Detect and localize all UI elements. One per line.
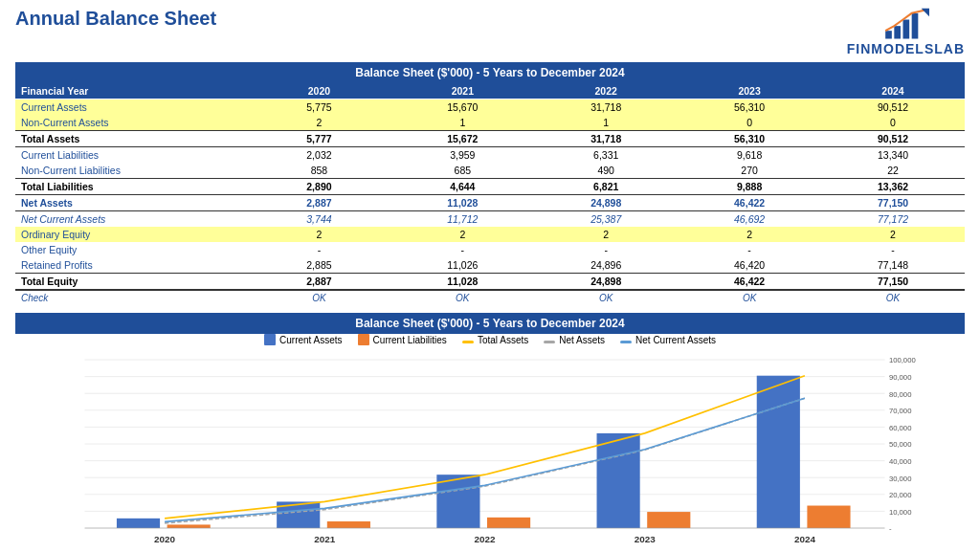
row-value: 2 bbox=[534, 227, 678, 242]
row-value: 24,898 bbox=[534, 274, 678, 291]
svg-text:90,000: 90,000 bbox=[889, 373, 912, 382]
logo-text: FINMODELSLAB bbox=[847, 41, 965, 56]
row-value: 31,718 bbox=[534, 99, 678, 116]
svg-rect-0 bbox=[886, 31, 893, 38]
header-2023: 2023 bbox=[678, 83, 821, 99]
legend-label: Total Assets bbox=[478, 335, 528, 345]
row-value: 46,422 bbox=[678, 274, 821, 291]
legend-color bbox=[544, 341, 555, 343]
row-value: OK bbox=[247, 290, 390, 305]
legend-item: Total Assets bbox=[462, 334, 528, 345]
row-value: 858 bbox=[247, 163, 390, 179]
row-label: Ordinary Equity bbox=[15, 227, 247, 242]
row-value: 77,172 bbox=[821, 211, 965, 228]
legend-item: Net Assets bbox=[544, 334, 605, 345]
row-value: 56,310 bbox=[678, 131, 821, 147]
row-value: 11,026 bbox=[390, 257, 534, 274]
svg-rect-31 bbox=[757, 376, 800, 528]
svg-text:2022: 2022 bbox=[474, 534, 496, 544]
svg-rect-35 bbox=[647, 512, 690, 528]
svg-text:30,000: 30,000 bbox=[889, 475, 912, 483]
svg-rect-3 bbox=[912, 13, 919, 39]
svg-rect-33 bbox=[327, 521, 370, 528]
table-section: Balance Sheet ($'000) - 5 Years to Decem… bbox=[15, 62, 965, 305]
row-value: 3,959 bbox=[390, 147, 534, 164]
row-value: 46,420 bbox=[678, 257, 821, 274]
legend-item: Net Current Assets bbox=[620, 334, 716, 345]
row-value: 1 bbox=[390, 115, 534, 131]
row-value: 2,887 bbox=[247, 195, 390, 211]
header-financial-year: Financial Year bbox=[15, 83, 247, 99]
row-value: 56,310 bbox=[678, 99, 821, 116]
svg-rect-32 bbox=[167, 524, 211, 528]
row-value: 2,032 bbox=[247, 147, 390, 164]
chart-title-bar: Balance Sheet ($'000) - 5 Years to Decem… bbox=[15, 313, 965, 334]
legend-color bbox=[358, 334, 369, 345]
header-2020: 2020 bbox=[247, 83, 390, 99]
row-value: 77,150 bbox=[821, 195, 965, 211]
logo-icon bbox=[881, 8, 929, 41]
header-2024: 2024 bbox=[821, 83, 965, 99]
row-value: OK bbox=[534, 290, 678, 305]
row-value: 9,618 bbox=[678, 147, 821, 164]
row-label: Total Assets bbox=[15, 131, 247, 147]
row-value: 15,672 bbox=[390, 131, 534, 147]
row-value: 2,885 bbox=[247, 257, 390, 274]
row-value: 46,692 bbox=[678, 211, 821, 228]
legend-color bbox=[264, 334, 276, 345]
row-label: Non-Current Liabilities bbox=[15, 163, 247, 179]
row-value: OK bbox=[390, 290, 534, 305]
svg-rect-30 bbox=[597, 433, 640, 528]
svg-text:2023: 2023 bbox=[635, 534, 657, 544]
header: Annual Balance Sheet FINMODELSLAB bbox=[15, 8, 965, 56]
row-value: 2 bbox=[390, 227, 534, 242]
row-value: 2 bbox=[247, 115, 390, 131]
svg-rect-27 bbox=[117, 519, 160, 528]
legend-label: Net Assets bbox=[559, 335, 605, 345]
table-title-bar: Balance Sheet ($'000) - 5 Years to Decem… bbox=[15, 62, 965, 83]
row-value: - bbox=[678, 242, 821, 257]
legend-item: Current Liabilities bbox=[358, 334, 447, 345]
legend-label: Net Current Assets bbox=[635, 335, 716, 345]
row-value: 0 bbox=[678, 115, 821, 131]
row-label: Net Assets bbox=[15, 195, 247, 211]
legend-item: Current Assets bbox=[264, 334, 343, 345]
row-value: 3,744 bbox=[247, 211, 390, 228]
row-value: 6,331 bbox=[534, 147, 678, 164]
row-value: 22 bbox=[821, 163, 965, 179]
row-value: - bbox=[247, 242, 390, 257]
row-value: 11,028 bbox=[390, 195, 534, 211]
row-value: OK bbox=[678, 290, 821, 305]
chart-container: 100,00090,00080,00070,00060,00050,00040,… bbox=[15, 349, 965, 552]
row-value: 13,362 bbox=[821, 179, 965, 195]
row-value: 2 bbox=[821, 227, 965, 242]
row-value: 31,718 bbox=[534, 131, 678, 147]
svg-text:60,000: 60,000 bbox=[889, 424, 912, 432]
row-label: Non-Current Assets bbox=[15, 115, 247, 131]
row-label: Current Liabilities bbox=[15, 147, 247, 164]
row-value: 11,028 bbox=[390, 274, 534, 291]
svg-text:40,000: 40,000 bbox=[889, 457, 912, 466]
svg-text:70,000: 70,000 bbox=[889, 407, 912, 415]
row-value: 2 bbox=[247, 227, 390, 242]
row-value: 270 bbox=[678, 163, 821, 179]
legend-label: Current Assets bbox=[279, 335, 343, 345]
table-header-row: Financial Year 2020 2021 2022 2023 2024 bbox=[15, 83, 965, 99]
svg-rect-34 bbox=[487, 518, 530, 528]
svg-text:10,000: 10,000 bbox=[889, 508, 912, 517]
row-label: Total Liabilities bbox=[15, 179, 247, 195]
svg-rect-2 bbox=[903, 20, 910, 39]
chart-svg: 100,00090,00080,00070,00060,00050,00040,… bbox=[15, 349, 965, 552]
row-label: Net Current Assets bbox=[15, 211, 247, 228]
svg-text:50,000: 50,000 bbox=[889, 440, 912, 449]
svg-text:20,000: 20,000 bbox=[889, 491, 912, 499]
row-value: 77,150 bbox=[821, 274, 965, 291]
row-value: 2,890 bbox=[247, 179, 390, 195]
row-value: 5,777 bbox=[247, 131, 390, 147]
row-value: 24,898 bbox=[534, 195, 678, 211]
svg-marker-4 bbox=[922, 9, 929, 16]
svg-text:-: - bbox=[889, 524, 892, 533]
balance-sheet-table: Financial Year 2020 2021 2022 2023 2024 … bbox=[15, 83, 965, 305]
row-value: OK bbox=[821, 290, 965, 305]
row-value: 24,896 bbox=[534, 257, 678, 274]
